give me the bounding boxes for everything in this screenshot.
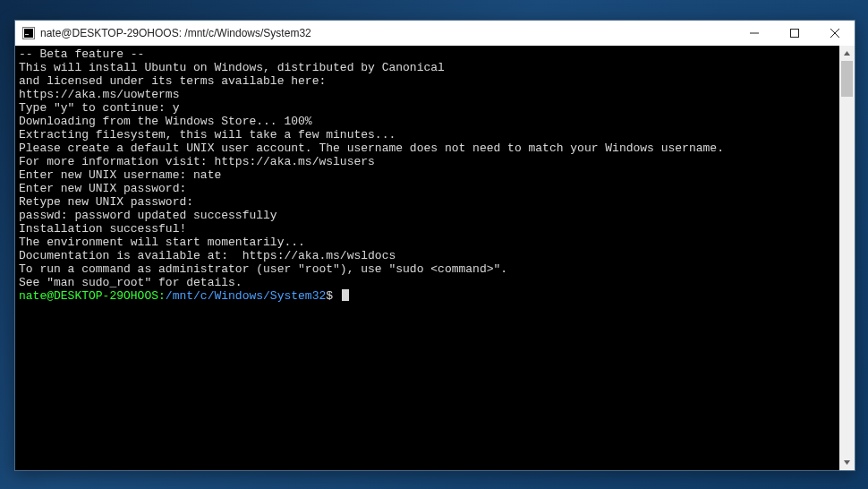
scroll-thumb[interactable] xyxy=(841,61,853,97)
window-controls xyxy=(734,21,855,46)
prompt-user-host: nate@DESKTOP-29OHOOS xyxy=(19,289,158,303)
terminal-output[interactable]: -- Beta feature --This will install Ubun… xyxy=(15,46,839,470)
svg-marker-8 xyxy=(844,460,850,465)
terminal-line: Enter new UNIX password: xyxy=(19,182,836,195)
prompt-symbol: $ xyxy=(326,289,333,303)
terminal-line: and licensed under its terms available h… xyxy=(19,74,836,88)
scroll-down-button[interactable] xyxy=(839,455,855,470)
svg-rect-4 xyxy=(790,30,798,38)
terminal-line: The environment will start momentarily..… xyxy=(19,236,836,249)
terminal-line: Retype new UNIX password: xyxy=(19,195,836,209)
minimize-button[interactable] xyxy=(734,21,774,46)
terminal-line: Enter new UNIX username: nate xyxy=(19,168,836,182)
terminal-line: Extracting filesystem, this will take a … xyxy=(19,128,836,142)
prompt-sep: : xyxy=(158,289,166,303)
terminal-line: Type "y" to continue: y xyxy=(19,101,836,115)
terminal-line: passwd: password updated successfully xyxy=(19,209,836,222)
svg-rect-2 xyxy=(25,34,29,35)
terminal-line: https://aka.ms/uowterms xyxy=(19,88,836,101)
terminal-line: -- Beta feature -- xyxy=(19,47,836,61)
terminal-line: For more information visit: https://aka.… xyxy=(19,155,836,168)
titlebar[interactable]: nate@DESKTOP-29OHOOS: /mnt/c/Windows/Sys… xyxy=(15,21,855,46)
terminal-line: Please create a default UNIX user accoun… xyxy=(19,142,836,155)
prompt-path: /mnt/c/Windows/System32 xyxy=(166,289,326,303)
prompt-line[interactable]: nate@DESKTOP-29OHOOS:/mnt/c/Windows/Syst… xyxy=(19,289,836,303)
app-icon xyxy=(22,27,35,39)
svg-marker-7 xyxy=(844,51,850,56)
svg-rect-1 xyxy=(24,29,33,38)
scroll-up-button[interactable] xyxy=(839,46,855,61)
window-title: nate@DESKTOP-29OHOOS: /mnt/c/Windows/Sys… xyxy=(40,27,734,39)
terminal-window: nate@DESKTOP-29OHOOS: /mnt/c/Windows/Sys… xyxy=(14,20,855,471)
terminal-line: To run a command as administrator (user … xyxy=(19,262,836,276)
terminal-line: Documentation is available at: https://a… xyxy=(19,249,836,262)
cursor xyxy=(342,289,349,301)
close-button[interactable] xyxy=(814,21,855,46)
terminal-line: Installation successful! xyxy=(19,222,836,236)
maximize-button[interactable] xyxy=(774,21,814,46)
vertical-scrollbar[interactable] xyxy=(839,46,855,470)
terminal-line: This will install Ubuntu on Windows, dis… xyxy=(19,61,836,74)
svg-rect-3 xyxy=(750,33,759,34)
terminal-line: See "man sudo_root" for details. xyxy=(19,276,836,289)
terminal-line: Downloading from the Windows Store... 10… xyxy=(19,115,836,128)
client-area: -- Beta feature --This will install Ubun… xyxy=(15,46,855,470)
